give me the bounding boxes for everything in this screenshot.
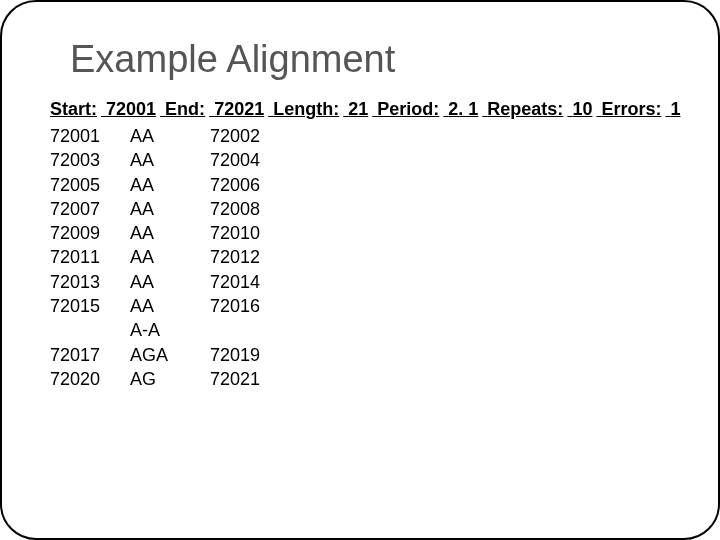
row-seq: AA [130, 245, 210, 269]
table-row: 72007 AA 72008 [50, 197, 670, 221]
row-left: 72020 [50, 367, 130, 391]
row-left: 72003 [50, 148, 130, 172]
start-value: 72001 [106, 99, 156, 119]
table-row: 72013 AA 72014 [50, 270, 670, 294]
repeats-label: Repeats: [487, 99, 563, 119]
table-row: 72003 AA 72004 [50, 148, 670, 172]
table-row: A-A [50, 318, 670, 342]
alignment-summary: Start: 72001 End: 72021 Length: 21 Perio… [50, 99, 670, 120]
row-left: 72017 [50, 343, 130, 367]
row-left: 72009 [50, 221, 130, 245]
row-right: 72006 [210, 173, 290, 197]
table-row: 72015 AA 72016 [50, 294, 670, 318]
row-right [210, 318, 290, 342]
period-label: Period: [377, 99, 439, 119]
table-row: 72001 AA 72002 [50, 124, 670, 148]
errors-value: 1 [670, 99, 680, 119]
row-seq: AA [130, 197, 210, 221]
row-seq: AA [130, 148, 210, 172]
errors-label: Errors: [601, 99, 661, 119]
row-seq: AGA [130, 343, 210, 367]
table-row: 72009 AA 72010 [50, 221, 670, 245]
length-label: Length: [273, 99, 339, 119]
row-seq: AG [130, 367, 210, 391]
row-seq: AA [130, 221, 210, 245]
row-right: 72016 [210, 294, 290, 318]
row-right: 72014 [210, 270, 290, 294]
table-row: 72020 AG 72021 [50, 367, 670, 391]
row-seq: AA [130, 270, 210, 294]
row-right: 72010 [210, 221, 290, 245]
row-seq: AA [130, 124, 210, 148]
row-seq: AA [130, 294, 210, 318]
row-right: 72019 [210, 343, 290, 367]
row-right: 72012 [210, 245, 290, 269]
row-left: 72005 [50, 173, 130, 197]
row-left: 72001 [50, 124, 130, 148]
table-row: 72005 AA 72006 [50, 173, 670, 197]
row-seq: A-A [130, 318, 210, 342]
row-seq: AA [130, 173, 210, 197]
table-row: 72011 AA 72012 [50, 245, 670, 269]
repeats-value: 10 [572, 99, 592, 119]
row-right: 72008 [210, 197, 290, 221]
row-right: 72002 [210, 124, 290, 148]
row-left: 72015 [50, 294, 130, 318]
row-right: 72004 [210, 148, 290, 172]
period-value: 2. 1 [448, 99, 478, 119]
row-left [50, 318, 130, 342]
row-left: 72013 [50, 270, 130, 294]
end-label: End: [165, 99, 205, 119]
alignment-table: 72001 AA 72002 72003 AA 72004 72005 AA 7… [50, 124, 670, 391]
length-value: 21 [348, 99, 368, 119]
row-right: 72021 [210, 367, 290, 391]
slide-frame: Example Alignment Start: 72001 End: 7202… [0, 0, 720, 540]
page-title: Example Alignment [70, 38, 670, 81]
end-value: 72021 [214, 99, 264, 119]
row-left: 72007 [50, 197, 130, 221]
table-row: 72017 AGA 72019 [50, 343, 670, 367]
start-label: Start: [50, 99, 97, 119]
row-left: 72011 [50, 245, 130, 269]
